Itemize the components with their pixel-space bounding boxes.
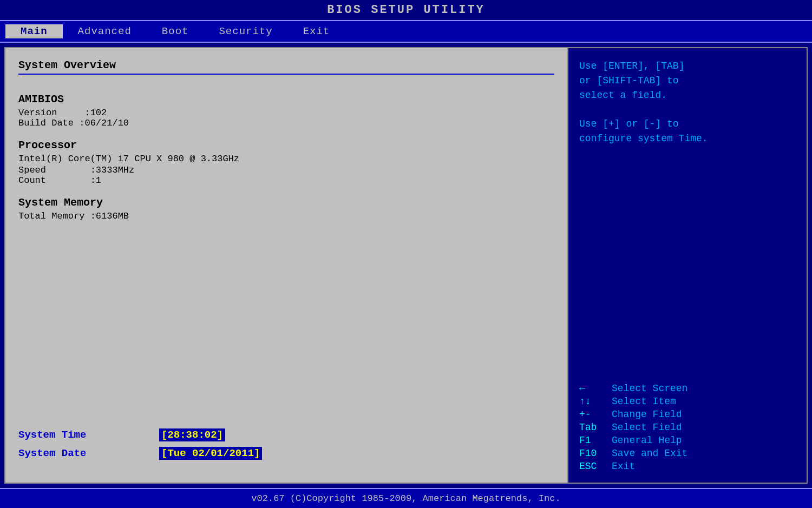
help-text-2: Use [+] or [-] to configure system Time. bbox=[579, 117, 796, 146]
count-label: Count bbox=[18, 175, 46, 186]
processor-label: Processor bbox=[18, 139, 554, 151]
amibios-build-row: Build Date :06/21/10 bbox=[18, 118, 554, 128]
processor-cpu-line: Intel(R) Core(TM) i7 CPU X 980 @ 3.33GHz bbox=[18, 154, 554, 164]
key-row: F1General Help bbox=[579, 435, 796, 446]
key-symbol: ↑↓ bbox=[579, 396, 612, 407]
key-list: ←Select Screen↑↓Select Item+-Change Fiel… bbox=[579, 383, 796, 472]
help2-line2: configure system Time. bbox=[579, 133, 708, 144]
key-symbol: ESC bbox=[579, 461, 612, 472]
system-date-value[interactable]: [Tue 02/01/2011] bbox=[159, 447, 262, 460]
processor-count-row: Count :1 bbox=[18, 175, 554, 186]
system-time-value[interactable]: [28:38:02] bbox=[159, 428, 225, 441]
left-panel: System Overview AMIBIOS Version :102 Bui… bbox=[5, 48, 568, 483]
key-symbol: F1 bbox=[579, 435, 612, 446]
help1-line2: or [SHIFT-TAB] to bbox=[579, 75, 679, 86]
footer: v02.67 (C)Copyright 1985-2009, American … bbox=[0, 488, 812, 508]
section-title-overview: System Overview bbox=[18, 59, 554, 71]
key-description: Select Screen bbox=[612, 383, 687, 394]
key-symbol: +- bbox=[579, 409, 612, 420]
menu-item-main[interactable]: Main bbox=[5, 24, 63, 38]
version-value: :102 bbox=[84, 108, 107, 118]
memory-total-row: Total Memory :6136MB bbox=[18, 211, 554, 221]
memory-label: System Memory bbox=[18, 196, 554, 209]
key-symbol: ← bbox=[579, 383, 612, 394]
key-row: ESCExit bbox=[579, 461, 796, 472]
footer-text: v02.67 (C)Copyright 1985-2009, American … bbox=[251, 493, 560, 504]
right-panel: Use [ENTER], [TAB] or [SHIFT-TAB] to sel… bbox=[568, 48, 807, 483]
key-symbol: F10 bbox=[579, 448, 612, 459]
key-description: Select Item bbox=[612, 396, 676, 407]
system-time-block: System Time [28:38:02] System Date [Tue … bbox=[18, 428, 554, 461]
main-content: System Overview AMIBIOS Version :102 Bui… bbox=[4, 47, 808, 484]
processor-block: Processor Intel(R) Core(TM) i7 CPU X 980… bbox=[18, 139, 554, 186]
build-label: Build Date bbox=[18, 118, 74, 128]
key-row: F10Save and Exit bbox=[579, 448, 796, 459]
menu-bar: Main Advanced Boot Security Exit bbox=[0, 20, 812, 43]
key-description: Exit bbox=[612, 461, 635, 472]
system-date-label: System Date bbox=[18, 447, 159, 459]
key-symbol: Tab bbox=[579, 422, 612, 433]
help1-line1: Use [ENTER], [TAB] bbox=[579, 61, 684, 71]
section-overview: System Overview bbox=[18, 59, 554, 82]
menu-item-advanced[interactable]: Advanced bbox=[63, 24, 147, 38]
menu-item-security[interactable]: Security bbox=[204, 24, 287, 38]
build-value: :06/21/10 bbox=[79, 118, 129, 128]
key-row: ↑↓Select Item bbox=[579, 396, 796, 407]
amibios-label: AMIBIOS bbox=[18, 93, 554, 105]
help-text-1: Use [ENTER], [TAB] or [SHIFT-TAB] to sel… bbox=[579, 59, 796, 103]
key-row: ←Select Screen bbox=[579, 383, 796, 394]
help2-line1: Use [+] or [-] to bbox=[579, 118, 679, 129]
system-date-row[interactable]: System Date [Tue 02/01/2011] bbox=[18, 447, 554, 460]
key-description: General Help bbox=[612, 435, 682, 446]
memory-block: System Memory Total Memory :6136MB bbox=[18, 196, 554, 221]
system-time-label: System Time bbox=[18, 429, 159, 441]
key-description: Select Field bbox=[612, 422, 682, 433]
menu-item-boot[interactable]: Boot bbox=[147, 24, 204, 38]
key-row: +-Change Field bbox=[579, 409, 796, 420]
section-divider bbox=[18, 74, 554, 75]
memory-total-label: Total Memory bbox=[18, 211, 84, 221]
memory-total-value: :6136MB bbox=[90, 211, 129, 221]
key-row: TabSelect Field bbox=[579, 422, 796, 433]
key-description: Change Field bbox=[612, 409, 682, 420]
speed-value: :3333MHz bbox=[90, 165, 135, 175]
system-time-row[interactable]: System Time [28:38:02] bbox=[18, 428, 554, 441]
title-bar: BIOS SETUP UTILITY bbox=[0, 0, 812, 20]
menu-item-exit[interactable]: Exit bbox=[288, 24, 345, 38]
bios-title: BIOS SETUP UTILITY bbox=[327, 3, 485, 17]
count-value: :1 bbox=[90, 175, 101, 186]
amibios-block: AMIBIOS Version :102 Build Date :06/21/1… bbox=[18, 93, 554, 128]
amibios-version-row: Version :102 bbox=[18, 108, 554, 118]
processor-speed-row: Speed :3333MHz bbox=[18, 165, 554, 175]
key-description: Save and Exit bbox=[612, 448, 687, 459]
help1-line3: select a field. bbox=[579, 90, 667, 101]
speed-label: Speed bbox=[18, 165, 46, 175]
version-label: Version bbox=[18, 108, 57, 118]
